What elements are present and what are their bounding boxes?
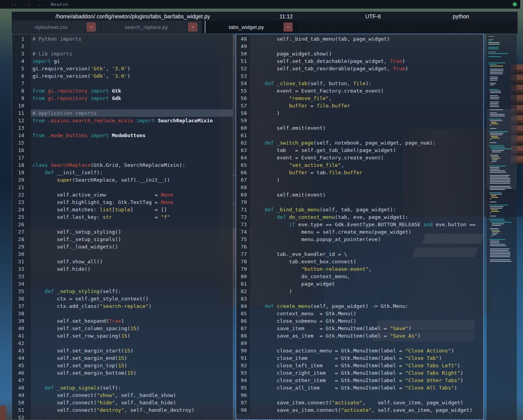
code-line: 74 menu = self.create_menu(page_widget) (236, 228, 484, 236)
code-line: 82 ) (236, 288, 484, 295)
code-view-left[interactable]: 1# Python imports23# Lib imports4import … (12, 34, 233, 420)
code-line: 84 def create_menu(self, page_widget) ->… (236, 302, 484, 310)
minimap-line (490, 69, 503, 70)
code-text: self.show_all() (31, 258, 233, 265)
code-line: 85 context_menu = Gtk.Menu() (236, 310, 484, 317)
line-number: 19 (12, 169, 31, 176)
code-text (250, 340, 484, 347)
minimap-line (489, 192, 502, 193)
line-number: 71 (236, 206, 250, 213)
line-number: 61 (236, 132, 250, 139)
code-line: 76 (236, 243, 484, 250)
line-number: 13 (12, 124, 31, 132)
code-line: 38 (12, 310, 233, 317)
encoding-label[interactable]: UTF-8 (318, 13, 428, 20)
code-line: 55 event = Event_Factory.create_event( (236, 87, 484, 95)
tab-tabs_widget.py[interactable]: tabs_widget.py× (205, 21, 298, 33)
code-text (250, 72, 484, 80)
minimap-line (490, 202, 496, 202)
line-number: 75 (236, 236, 250, 243)
minimap-line (490, 261, 511, 262)
code-text (31, 340, 233, 347)
code-text: ) (250, 109, 484, 117)
tab-stylesheet.css[interactable]: stylesheet.css× (12, 21, 101, 33)
workspace-indicators[interactable]: :: ·: .. (11, 2, 45, 7)
line-number: 55 (236, 87, 250, 95)
line-number: 9 (12, 95, 31, 102)
minimap-viewport[interactable] (487, 109, 517, 189)
panel-status-button[interactable] (512, 2, 517, 7)
code-text: self.connect("show", self._handle_show) (31, 391, 233, 399)
code-line: 67 ) (236, 176, 484, 184)
code-line: 4import gi (12, 57, 233, 65)
code-view-right[interactable]: 48 self._bind_tab_menu(tab, page_widget)… (236, 34, 484, 420)
code-text: self.set_row_spacing(15) (31, 332, 233, 340)
code-text (31, 273, 233, 280)
code-text: buffer = file.buffer (250, 102, 484, 109)
code-text: self.emit(event) (250, 191, 484, 198)
tab-bar-empty (298, 21, 518, 33)
line-number: 94 (236, 377, 250, 384)
code-text: event = Event_Factory.create_event( (250, 154, 484, 161)
header-bar: /home/abaddon/.config/newton/plugins/tab… (12, 12, 518, 21)
code-line: 50 self.connect("hide", self._handle_hid… (12, 399, 233, 406)
code-text: close_all_item = Gtk.MenuItem(label = "C… (250, 384, 484, 391)
code-text (31, 280, 233, 288)
code-line: 75 menu.popup_at_pointer(eve) (236, 236, 484, 243)
minimap[interactable] (487, 34, 517, 420)
code-line: 16 (12, 147, 233, 154)
code-line: 20 super(SearchReplace, self).__init__() (12, 176, 233, 184)
code-line: 90 close_actions_menu = Gtk.MenuItem(lab… (236, 347, 484, 354)
tab-close-button[interactable]: × (284, 23, 293, 32)
code-line: 86 close_submenu = Gtk.Menu() (236, 317, 484, 325)
tab-close-button[interactable]: × (87, 23, 96, 32)
code-line: 89 (236, 340, 484, 347)
line-number: 54 (236, 80, 250, 87)
code-line: 52 (12, 414, 233, 420)
line-number: 68 (236, 184, 250, 191)
minimap-line (489, 219, 504, 220)
code-text: def _setup_signals(self): (31, 384, 233, 391)
minimap-line (488, 47, 499, 48)
line-number: 24 (12, 206, 31, 213)
code-line: 64 event = Event_Factory.create_event( (236, 154, 484, 161)
clock: 11:12 (254, 13, 318, 20)
minimap-line (490, 73, 503, 74)
line-number: 34 (12, 280, 31, 288)
code-line: 26 (12, 221, 233, 228)
code-line: 14from .mode_buttons import ModeButtons (12, 132, 233, 139)
language-label[interactable]: python (428, 13, 494, 20)
code-text: tab.event_box.connect( (250, 258, 484, 265)
code-line: 19 def __init__(self): (12, 169, 233, 176)
code-text: self._load_widgets() (31, 243, 233, 250)
line-number: 35 (12, 288, 31, 295)
code-text: close_other_item = Gtk.MenuItem(label = … (250, 377, 484, 384)
code-line: 62 def _switch_page(self, notebook, page… (236, 139, 484, 147)
code-text (31, 80, 233, 87)
code-line: 23 self.highlight_tag: Gtk.TextTag = Non… (12, 198, 233, 206)
code-text: # Python imports (31, 35, 233, 43)
code-text: "set_active_file", (250, 161, 484, 169)
code-line: 81 page_widget (236, 280, 484, 288)
minimap-line (490, 98, 499, 99)
line-number: 98 (236, 406, 250, 414)
tab-search_replace.py[interactable]: search_replace.py× (101, 21, 202, 33)
code-line: 49 self.connect("show", self._handle_sho… (12, 391, 233, 399)
line-number: 26 (12, 221, 31, 228)
line-number: 70 (236, 198, 250, 206)
line-number: 77 (236, 250, 250, 258)
editor-pane-right[interactable]: 48 self._bind_tab_menu(tab, page_widget)… (236, 34, 484, 420)
code-text: menu.popup_at_pointer(eve) (250, 236, 484, 243)
code-line: 77 tab._eve_handler_id = \ (236, 250, 484, 258)
code-line: 68 (236, 184, 484, 191)
code-text: save_as_item.connect("activate", self.sa… (250, 406, 484, 414)
code-text: save_as_item = Gtk.MenuItem(label = "Sav… (250, 332, 484, 340)
code-text (250, 391, 484, 399)
code-line: 97 save_item.connect("activate", self.sa… (236, 399, 484, 406)
tab-close-button[interactable]: × (188, 23, 197, 32)
editor-pane-left[interactable]: 1# Python imports23# Lib imports4import … (12, 34, 233, 420)
code-text: self.emit(event) (250, 124, 484, 132)
minimap-line (491, 236, 493, 237)
line-number: 39 (12, 317, 31, 325)
code-text: self.last_key: str = "f" (31, 213, 233, 221)
